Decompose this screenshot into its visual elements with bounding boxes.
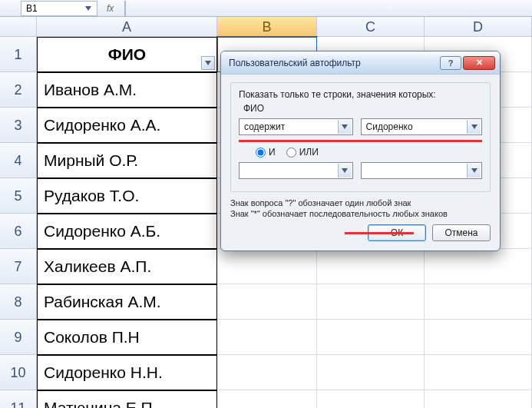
condition2-value[interactable] [361,162,482,179]
dialog-title: Пользовательский автофильтр [229,58,440,68]
radio-or-input[interactable] [286,148,296,158]
cell-B8[interactable] [217,284,317,320]
filter-field-name: ФИО [243,103,482,114]
radio-or[interactable]: ИЛИ [286,147,319,158]
row-head-2[interactable]: 2 [0,72,37,108]
chevron-down-icon [338,120,352,134]
col-head-B[interactable]: B [217,17,317,37]
cell-C11[interactable] [317,390,425,408]
help-button[interactable]: ? [440,56,461,70]
hint-asterisk: Знак "*" обозначает последовательность л… [230,209,491,218]
row-head-8[interactable]: 8 [0,284,37,320]
radio-and-input[interactable] [256,148,266,158]
radio-and-label: И [269,147,276,158]
condition2-operator[interactable] [239,162,353,179]
dialog-titlebar[interactable]: Пользовательский автофильтр ? ✕ [221,51,500,75]
formula-input[interactable] [124,1,126,16]
radio-or-label: ИЛИ [299,147,319,158]
cell-B11[interactable] [217,390,317,408]
cell-C9[interactable] [317,320,425,355]
chevron-down-icon [467,164,481,177]
hint-question-mark: Знак вопроса "?" обозначает один любой з… [230,198,491,207]
cell-B9[interactable] [217,320,317,355]
cell-A6[interactable]: Сидоренко А.Б. [37,214,217,249]
fx-icon[interactable]: fx [107,3,114,14]
condition1-operator[interactable]: содержит [239,118,353,135]
cell-D11[interactable] [425,390,532,408]
row-head-4[interactable]: 4 [0,143,37,178]
cell-A7[interactable]: Халикеев А.П. [37,249,217,284]
radio-and[interactable]: И [256,147,276,158]
cell-A1-header[interactable]: ФИО [37,37,217,72]
cancel-button[interactable]: Отмена [432,224,491,241]
cell-A5[interactable]: Рудаков Т.О. [37,178,217,214]
row-head-6[interactable]: 6 [0,214,37,249]
cell-D9[interactable] [425,320,532,355]
cell-C7[interactable] [317,249,425,284]
name-box-value: B1 [26,3,38,14]
cell-A4[interactable]: Мирный О.Р. [37,143,217,178]
row-head-5[interactable]: 5 [0,178,37,214]
row-head-7[interactable]: 7 [0,249,37,284]
cell-A9[interactable]: Соколов П.Н [37,320,217,355]
cell-C8[interactable] [317,284,425,320]
filter-fieldset: Показать только те строки, значения кото… [230,82,491,192]
condition1-operator-value: содержит [244,121,285,132]
fieldset-legend: Показать только те строки, значения кото… [239,89,482,100]
cell-B7[interactable] [217,249,317,284]
row-head-3[interactable]: 3 [0,108,37,143]
col-head-D[interactable]: D [425,17,532,37]
row-head-9[interactable]: 9 [0,320,37,355]
condition1-value[interactable]: Сидоренко [361,118,482,135]
name-box-dropdown-icon[interactable] [84,5,92,12]
header-label: ФИО [108,45,146,64]
cell-A11[interactable]: Матюнина Е.П. [37,390,217,408]
condition1-value-text: Сидоренко [366,121,413,132]
custom-autofilter-dialog: Пользовательский автофильтр ? ✕ Показать… [220,51,501,251]
annotation-redline-1 [239,140,482,142]
annotation-redline-2 [345,232,414,234]
cell-B10[interactable] [217,355,317,390]
formula-bar: B1 fx [0,0,532,17]
name-box[interactable]: B1 [21,1,97,16]
cell-D8[interactable] [425,284,532,320]
row-head-11[interactable]: 11 [0,390,37,408]
cell-A3[interactable]: Сидоренко А.А. [37,108,217,143]
row-head-1[interactable]: 1 [0,37,37,72]
cell-C10[interactable] [317,355,425,390]
cell-D7[interactable] [425,249,532,284]
select-all-corner[interactable] [0,17,37,37]
col-head-C[interactable]: C [317,17,425,37]
col-head-A[interactable]: A [37,17,217,37]
chevron-down-icon [467,120,481,134]
row-head-10[interactable]: 10 [0,355,37,390]
cell-D10[interactable] [425,355,532,390]
close-button[interactable]: ✕ [463,56,495,70]
chevron-down-icon [338,164,352,177]
fx-group: fx [107,1,126,16]
cell-A10[interactable]: Сидоренко Н.Н. [37,355,217,390]
cell-A8[interactable]: Рабинская А.М. [37,284,217,320]
autofilter-button[interactable] [201,56,215,70]
cell-A2[interactable]: Иванов А.М. [37,72,217,108]
